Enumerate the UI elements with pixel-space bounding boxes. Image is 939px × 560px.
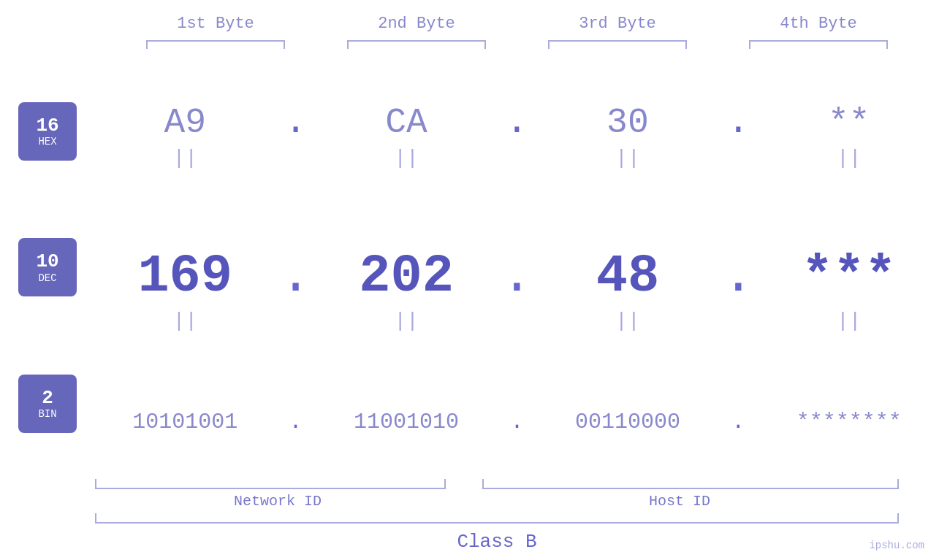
network-bracket (95, 479, 446, 489)
hex-badge-num: 16 (36, 115, 58, 137)
hex-badge: 16 HEX (18, 102, 77, 161)
dec-eq-4: || (769, 310, 930, 332)
class-b-label: Class B (95, 531, 899, 553)
top-brackets (115, 40, 919, 49)
dec-badge: 10 DEC (18, 238, 77, 296)
badges-column: 16 HEX 10 DEC 2 BIN (0, 56, 95, 479)
dec-value-1: 169 (137, 247, 232, 307)
hex-cell-2: CA (326, 103, 487, 142)
hex-equals-row: || || || || (95, 144, 939, 172)
dec-cell-2: 202 (326, 247, 487, 307)
hex-dot-2: . (506, 101, 528, 144)
hex-eq-1: || (104, 147, 265, 169)
bin-badge-label: BIN (38, 408, 56, 420)
network-host-labels: Network ID Host ID (95, 493, 899, 510)
dec-row-group: 169 . 202 . 48 . *** || (95, 247, 939, 335)
dec-cell-4: *** (769, 247, 930, 307)
dec-badge-label: DEC (38, 272, 56, 284)
dec-eq-3: || (547, 310, 708, 332)
bin-dot-2: . (506, 410, 528, 434)
hex-eq-3: || (547, 147, 708, 169)
bin-cell-2: 11001010 (326, 410, 487, 434)
dec-value-2: 202 (359, 247, 454, 307)
hex-eq-2: || (326, 147, 487, 169)
hex-eq-4: || (769, 147, 930, 169)
big-bracket-row (95, 513, 899, 523)
bracket-1 (146, 40, 285, 49)
bin-badge: 2 BIN (18, 375, 77, 433)
network-id-label: Network ID (95, 493, 460, 510)
dec-dot-2: . (506, 247, 528, 307)
hex-cell-1: A9 (104, 103, 265, 142)
bin-row-group: 10101001 . 11001010 . 00110000 . *******… (95, 410, 939, 434)
bottom-section: Network ID Host ID Class B (0, 479, 939, 560)
byte-headers: 1st Byte 2nd Byte 3rd Byte 4th Byte (115, 15, 919, 33)
dec-cell-3: 48 (547, 247, 708, 307)
hex-cell-4: ** (769, 103, 930, 142)
byte1-header: 1st Byte (135, 15, 296, 33)
network-host-brackets (95, 479, 899, 489)
host-bracket (482, 479, 899, 489)
rows-column: A9 . CA . 30 . ** || (95, 56, 939, 479)
bracket-4 (749, 40, 888, 49)
bin-value-2: 11001010 (354, 410, 459, 434)
host-id-label: Host ID (460, 493, 899, 510)
hex-value-2: CA (385, 103, 427, 142)
bracket-2 (347, 40, 486, 49)
hex-badge-label: HEX (38, 136, 56, 147)
hex-dot-3: . (727, 101, 749, 144)
dec-value-3: 48 (596, 247, 659, 307)
dec-value-4: *** (802, 247, 897, 307)
dec-eq-2: || (326, 310, 487, 332)
hex-row-group: A9 . CA . 30 . ** || (95, 101, 939, 172)
bin-cell-1: 10101001 (104, 410, 265, 434)
byte2-header: 2nd Byte (336, 15, 497, 33)
hex-cell-3: 30 (547, 103, 708, 142)
bin-cell-4: ******** (769, 410, 930, 434)
main-container: 1st Byte 2nd Byte 3rd Byte 4th Byte 16 H… (0, 0, 939, 560)
bin-dot-1: . (285, 410, 307, 434)
dec-eq-1: || (104, 310, 265, 332)
bin-dot-3: . (727, 410, 749, 434)
main-area: 16 HEX 10 DEC 2 BIN A9 . (0, 56, 939, 479)
dec-cell-1: 169 (104, 247, 265, 307)
hex-data-row: A9 . CA . 30 . ** (95, 101, 939, 144)
hex-value-1: A9 (164, 103, 206, 142)
bin-badge-num: 2 (42, 388, 53, 409)
bin-value-1: 10101001 (132, 410, 237, 434)
dec-badge-num: 10 (36, 251, 58, 272)
dec-data-row: 169 . 202 . 48 . *** (95, 247, 939, 307)
watermark: ipshu.com (869, 540, 924, 551)
dec-dot-3: . (727, 247, 749, 307)
byte4-header: 4th Byte (738, 15, 899, 33)
hex-dot-1: . (285, 101, 307, 144)
bin-value-4: ******** (797, 410, 902, 434)
bracket-3 (548, 40, 687, 49)
byte3-header: 3rd Byte (537, 15, 698, 33)
bin-data-row: 10101001 . 11001010 . 00110000 . *******… (95, 410, 939, 434)
class-bracket (95, 513, 899, 523)
dec-dot-1: . (285, 247, 307, 307)
bin-cell-3: 00110000 (547, 410, 708, 434)
bin-value-3: 00110000 (575, 410, 680, 434)
hex-value-4: ** (828, 103, 870, 142)
hex-value-3: 30 (607, 103, 649, 142)
dec-equals-row: || || || || (95, 307, 939, 335)
